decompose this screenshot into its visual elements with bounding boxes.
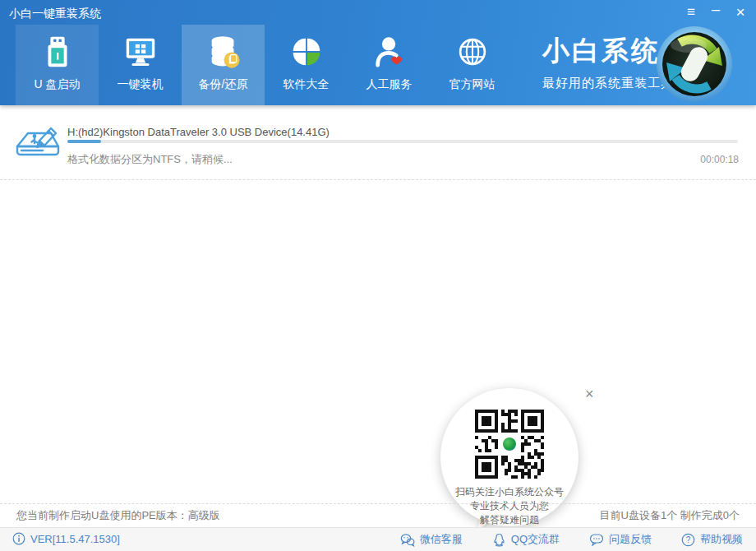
- minimize-icon[interactable]: –: [703, 2, 728, 23]
- section-divider: [0, 179, 756, 180]
- app-window: 小白一键重装系统 ≡ – × U 盘启动: [0, 0, 756, 551]
- qq-group-link[interactable]: QQ交流群: [492, 532, 560, 547]
- brand-name: 小白系统: [542, 33, 674, 70]
- window-controls: ≡ – ×: [679, 2, 753, 23]
- usb-device-count: 目前U盘设备1个 制作完成0个: [600, 508, 740, 523]
- progress-fill: [67, 140, 101, 143]
- version-info: VER[11.5.47.1530]: [12, 532, 120, 545]
- tab-support[interactable]: 人工服务: [348, 25, 431, 105]
- progress-bar: [67, 140, 738, 143]
- brand-tagline: 最好用的系统重装工具: [542, 76, 674, 91]
- status-divider: [0, 503, 756, 504]
- version-text: VER[11.5.47.1530]: [30, 533, 120, 545]
- footer-link-label: QQ交流群: [511, 532, 560, 547]
- tab-official-site[interactable]: 官方网站: [431, 25, 514, 105]
- task-status-text: 格式化数据分区为NTFS，请稍候...: [67, 152, 233, 167]
- monitor-windows-icon: [120, 31, 161, 72]
- qr-caption-line1: 扫码关注小白系统公众号: [440, 485, 579, 499]
- header: 小白一键重装系统 ≡ – × U 盘启动: [0, 0, 756, 105]
- help-circle-icon: ?: [681, 533, 695, 547]
- qr-caption-line3: 解答疑难问题: [440, 513, 579, 527]
- task-elapsed-time: 00:00:18: [700, 154, 739, 165]
- qr-finder: [475, 456, 498, 479]
- footer: VER[11.5.47.1530] 微信客服: [0, 527, 756, 551]
- tab-usb-boot[interactable]: U 盘启动: [16, 25, 99, 105]
- tab-label: 人工服务: [366, 77, 413, 92]
- tab-label: 官方网站: [449, 77, 496, 92]
- help-video-link[interactable]: ? 帮助视频: [681, 532, 743, 547]
- svg-text:?: ?: [686, 535, 691, 544]
- tab-label: U 盘启动: [35, 77, 81, 92]
- window-title: 小白一键重装系统: [9, 7, 101, 21]
- footer-link-label: 问题反馈: [609, 532, 652, 547]
- usb-drive-icon: [37, 31, 78, 72]
- footer-links: 微信客服 QQ交流群 问题反馈: [400, 532, 743, 547]
- brand: 小白系统 最好用的系统重装工具: [542, 33, 674, 91]
- wechat-icon: [400, 533, 415, 547]
- qr-bubble: 扫码关注小白系统公众号 专业技术人员为您 解答疑难问题: [440, 388, 579, 526]
- qr-finder: [521, 410, 544, 433]
- qr-popup: 扫码关注小白系统公众号 专业技术人员为您 解答疑难问题 ×: [434, 378, 606, 543]
- tab-backup-restore[interactable]: 备份/还原: [182, 25, 265, 105]
- usb-write-icon: [12, 116, 65, 172]
- qr-finder: [475, 410, 498, 433]
- feedback-link[interactable]: 问题反馈: [589, 532, 652, 547]
- qr-code: [475, 410, 544, 479]
- menu-icon[interactable]: ≡: [679, 2, 703, 23]
- footer-link-label: 帮助视频: [700, 532, 743, 547]
- tab-software[interactable]: 软件大全: [265, 25, 348, 105]
- disk-stack-icon: [203, 31, 244, 72]
- tab-label: 软件大全: [284, 77, 330, 92]
- qr-center-logo-icon: [501, 436, 518, 452]
- nav-tabs: U 盘启动 一键装机: [16, 25, 514, 105]
- footer-link-label: 微信客服: [420, 532, 463, 547]
- brand-logo-icon: [656, 25, 733, 103]
- tab-label: 备份/还原: [199, 77, 248, 92]
- person-heart-icon: [369, 31, 410, 72]
- tab-one-click-install[interactable]: 一键装机: [99, 25, 182, 105]
- pe-version-status: 您当前制作启动U盘使用的PE版本：高级版: [16, 508, 220, 523]
- feedback-bubble-icon: [589, 533, 604, 546]
- task-device-title: H:(hd2)Kingston DataTraveler 3.0 USB Dev…: [67, 126, 330, 138]
- qq-icon: [492, 533, 506, 547]
- globe-icon: [452, 31, 493, 72]
- info-icon: [12, 532, 25, 545]
- close-icon[interactable]: ×: [728, 2, 753, 23]
- tab-label: 一键装机: [118, 77, 164, 92]
- qr-close-icon[interactable]: ×: [585, 387, 594, 401]
- clover-icon: [286, 31, 327, 72]
- qr-caption-line2: 专业技术人员为您: [440, 499, 579, 513]
- wechat-support-link[interactable]: 微信客服: [400, 532, 463, 547]
